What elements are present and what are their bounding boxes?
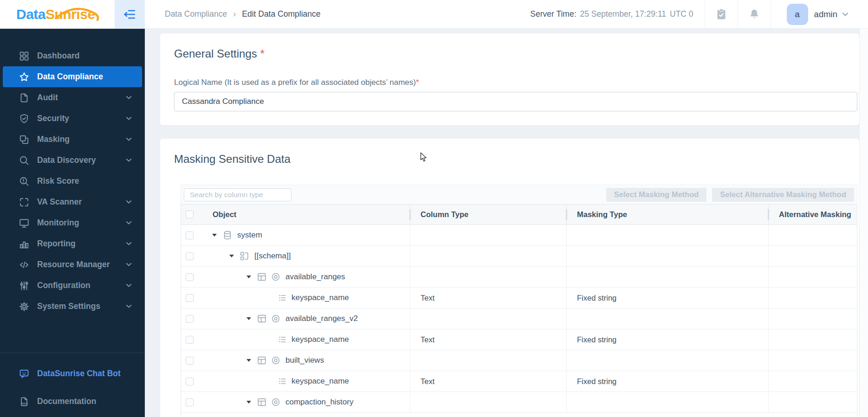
row-checkbox[interactable] [186, 336, 194, 344]
table-row[interactable]: available_ranges [181, 267, 857, 288]
table-icon [257, 355, 267, 366]
sidebar-item-reporting[interactable]: Reporting [0, 233, 145, 254]
row-checkbox[interactable] [186, 294, 194, 302]
star-icon [19, 71, 30, 83]
row-checkbox[interactable] [186, 273, 194, 281]
chevron-down-icon [126, 96, 132, 100]
caret-down-icon[interactable] [246, 359, 251, 362]
sidebar-item-masking[interactable]: Masking [0, 129, 145, 150]
table-row[interactable]: keyspace_name Text Fixed string [181, 288, 857, 308]
row-checkbox[interactable] [186, 315, 194, 323]
caret-down-icon[interactable] [246, 317, 251, 320]
sliders-icon [19, 280, 30, 291]
sidebar-item-security[interactable]: Security [0, 108, 145, 129]
tasks-button[interactable] [705, 0, 738, 29]
column-list-icon [278, 335, 287, 344]
server-time-value: 25 September, 17:29:11 [580, 9, 667, 19]
tasks-clipboard-icon [716, 8, 727, 20]
sidebar-footer: DataSunrise Chat Bot DOC Documentation [0, 353, 145, 412]
select-all-checkbox[interactable] [186, 211, 194, 218]
avatar-letter: a [795, 9, 800, 19]
general-settings-title: General Settings * [174, 47, 857, 60]
search-input[interactable] [184, 188, 291, 201]
gear-icon [19, 301, 30, 312]
row-checkbox[interactable] [186, 398, 194, 406]
datasunrise-logo[interactable]: DataSunrise [0, 6, 115, 22]
general-settings-card: General Settings * Logical Name (It is u… [160, 33, 859, 125]
sidebar-item-label: Audit [37, 93, 58, 103]
sidebar-item-dashboard[interactable]: Dashboard [0, 45, 145, 66]
masking-type-cell: Fixed string [566, 329, 768, 350]
page-scrollbar[interactable] [859, 29, 868, 417]
caret-down-icon[interactable] [246, 276, 251, 278]
sidebar-item-audit[interactable]: Audit [0, 87, 145, 108]
object-label: keyspace_name [291, 293, 349, 302]
table-row[interactable]: available_ranges_v2 [181, 308, 857, 329]
column-list-icon [278, 377, 287, 386]
username[interactable]: admin [814, 9, 837, 19]
row-checkbox[interactable] [186, 231, 194, 239]
table-row[interactable]: keyspace_name Text Fixed string [181, 329, 857, 350]
sidebar-divider [0, 353, 145, 353]
server-time-zone: UTC 0 [670, 9, 693, 19]
table-row[interactable]: keyspace_name Text Fixed string [181, 371, 857, 392]
masking-icon [19, 134, 30, 145]
top-bar: DataSunrise Data Compliance › Edit Data … [0, 0, 868, 29]
breadcrumb-parent[interactable]: Data Compliance [165, 9, 227, 19]
sidebar-toggle-button[interactable] [115, 0, 145, 29]
eye-icon [271, 314, 281, 324]
sidebar-item-label: Reporting [37, 239, 76, 249]
masking-section-title: Masking Sensitive Data [174, 153, 857, 166]
user-menu-chevron-down-icon[interactable] [842, 12, 849, 17]
sidebar-item-risk-score[interactable]: Risk Score [0, 171, 145, 192]
sidebar-item-monitoring[interactable]: Monitoring [0, 212, 145, 233]
user-avatar[interactable]: a [787, 4, 808, 25]
masking-type-cell: Fixed string [566, 288, 768, 308]
table-row[interactable]: compaction_history [181, 392, 857, 413]
eye-icon [271, 355, 281, 366]
topbar-right: Server Time: 25 September, 17:29:11 UTC … [530, 0, 868, 28]
table-row[interactable]: [[schema]] [181, 246, 857, 267]
row-checkbox[interactable] [186, 252, 194, 260]
chevron-down-icon [126, 304, 132, 308]
sidebar-item-data-compliance[interactable]: Data Compliance [3, 66, 142, 87]
table-header-row: Object Column Type Masking Type Alternat… [181, 205, 857, 225]
table-row[interactable]: system [181, 225, 857, 246]
sidebar-item-va-scanner[interactable]: VA Scanner [0, 192, 145, 212]
column-header-column-type: Column Type [410, 205, 566, 225]
breadcrumb-current: Edit Data Compliance [242, 9, 320, 19]
chevron-down-icon [126, 200, 132, 204]
breadcrumb-separator: › [233, 9, 236, 19]
breadcrumb: Data Compliance › Edit Data Compliance [165, 9, 320, 19]
object-label: available_ranges_v2 [285, 314, 358, 323]
sidebar-item-label: Masking [37, 135, 70, 144]
sidebar-item-documentation[interactable]: DOC Documentation [0, 391, 145, 412]
chat-bot-icon [19, 368, 30, 379]
caret-down-icon[interactable] [212, 234, 217, 237]
notifications-button[interactable] [738, 0, 771, 29]
sidebar-item-configuration[interactable]: Configuration [0, 275, 145, 296]
monitor-icon [19, 218, 30, 229]
caret-down-icon[interactable] [246, 401, 251, 404]
select-alternative-masking-method-button[interactable]: Select Alternative Masking Method [712, 188, 854, 202]
alternative-masking-cell [768, 371, 857, 391]
code-icon [19, 259, 30, 270]
chevron-down-icon [126, 242, 132, 246]
bar-chart-icon [19, 238, 30, 250]
sidebar-item-chat-bot[interactable]: DataSunrise Chat Bot [0, 363, 145, 384]
sidebar-item-data-discovery[interactable]: Data Discovery [0, 150, 145, 171]
sidebar-item-resource-manager[interactable]: Resource Manager [0, 254, 145, 275]
required-asterisk: * [416, 78, 419, 87]
row-checkbox[interactable] [186, 357, 194, 365]
table-row[interactable]: built_views [181, 350, 857, 371]
caret-down-icon[interactable] [229, 255, 234, 257]
chevron-down-icon [126, 263, 132, 267]
select-masking-method-button[interactable]: Select Masking Method [606, 188, 706, 202]
column-type-cell: Text [410, 371, 566, 391]
row-checkbox[interactable] [186, 378, 194, 385]
sidebar-item-label: Configuration [37, 281, 91, 290]
logical-name-input[interactable] [174, 92, 857, 111]
sidebar-item-system-settings[interactable]: System Settings [0, 296, 145, 317]
table-row-partial [181, 413, 857, 417]
table-icon [257, 314, 267, 324]
